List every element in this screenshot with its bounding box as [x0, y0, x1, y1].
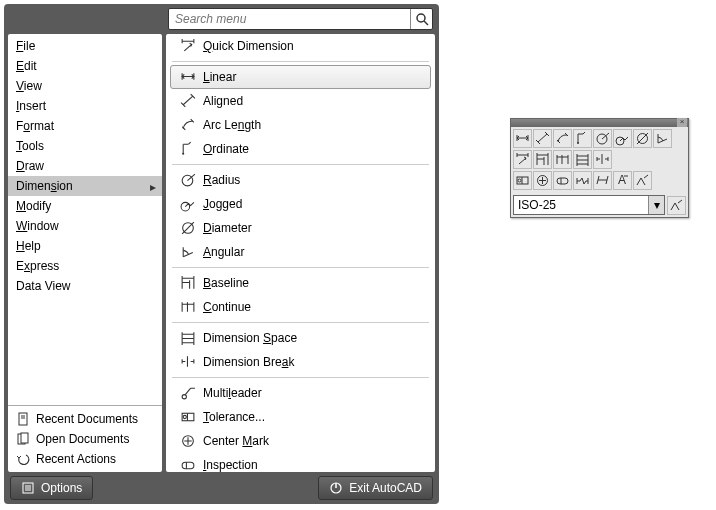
continue-icon [555, 152, 570, 167]
toolbar-diameter-button[interactable] [633, 129, 652, 148]
ordinate-icon [179, 140, 197, 158]
menu-item-help[interactable]: Help [8, 236, 162, 256]
toolbar-oblique-button[interactable] [593, 171, 612, 190]
recent-actions-link[interactable]: Recent Actions [8, 449, 162, 469]
submenu-label: Tolerance... [203, 410, 265, 424]
angular-icon [179, 243, 197, 261]
toolbar-row [513, 150, 686, 169]
submenu-label: Diameter [203, 221, 252, 235]
submenu-item-baseline[interactable]: Baseline [166, 271, 435, 295]
submenu-label: Ordinate [203, 142, 249, 156]
power-icon [329, 481, 343, 495]
bottom-links: Recent Documents Open Documents Recent A… [8, 405, 162, 472]
dimbreak-icon [595, 152, 610, 167]
toolbar-aligntext-button[interactable] [613, 171, 632, 190]
separator [172, 164, 429, 165]
menu-item-insert[interactable]: Insert [8, 96, 162, 116]
submenu-item-continue[interactable]: Continue [166, 295, 435, 319]
inspection-icon [555, 173, 570, 188]
submenu-item-linear[interactable]: Linear [170, 65, 431, 89]
menu-item-draw[interactable]: Draw [8, 156, 162, 176]
toolbar-dimstyle-button[interactable] [633, 171, 652, 190]
toolbar-inspection-button[interactable] [553, 171, 572, 190]
menu-item-dimension[interactable]: Dimension▸ [8, 176, 162, 196]
diameter-icon [635, 131, 650, 146]
submenu-item-center-mark[interactable]: Center Mark [166, 429, 435, 453]
recent-documents-link[interactable]: Recent Documents [8, 409, 162, 429]
submenu-item-dimension-break[interactable]: Dimension Break [166, 350, 435, 374]
body-row: FileEditViewInsertFormatToolsDrawDimensi… [8, 34, 435, 472]
submenu-label: Dimension Space [203, 331, 297, 345]
submenu-item-tolerance[interactable]: Tolerance... [166, 405, 435, 429]
submenu-item-aligned[interactable]: Aligned [166, 89, 435, 113]
toolbar-titlebar[interactable]: × [511, 119, 688, 127]
submenu-item-radius[interactable]: Radius [166, 168, 435, 192]
baseline-icon [179, 274, 197, 292]
search-button[interactable] [410, 9, 432, 29]
toolbar-tolerance-button[interactable] [513, 171, 532, 190]
submenu-item-quick-dimension[interactable]: Quick Dimension [166, 34, 435, 58]
toolbar-continue-button[interactable] [553, 150, 572, 169]
menu-item-data-view[interactable]: Data View [8, 276, 162, 296]
ordinate-icon [575, 131, 590, 146]
submenu-item-dimension-space[interactable]: Dimension Space [166, 326, 435, 350]
dimstyle-value: ISO-25 [518, 198, 556, 212]
exit-label: Exit AutoCAD [349, 481, 422, 495]
menu-item-file[interactable]: File [8, 36, 162, 56]
continue-icon [179, 298, 197, 316]
submenu-label: Dimension Break [203, 355, 294, 369]
separator [172, 61, 429, 62]
tolerance-icon [179, 408, 197, 426]
options-button[interactable]: Options [10, 476, 93, 500]
menu-item-window[interactable]: Window [8, 216, 162, 236]
submenu-label: Quick Dimension [203, 39, 294, 53]
menu-item-tools[interactable]: Tools [8, 136, 162, 156]
search-box [168, 8, 433, 30]
menu-item-modify[interactable]: Modify [8, 196, 162, 216]
toolbar-qdim-button[interactable] [513, 150, 532, 169]
dimstyle-button[interactable] [667, 196, 686, 215]
menu-item-view[interactable]: View [8, 76, 162, 96]
jogged-icon [615, 131, 630, 146]
submenu-item-diameter[interactable]: Diameter [166, 216, 435, 240]
toolbar-linear-button[interactable] [513, 129, 532, 148]
toolbar-angular-button[interactable] [653, 129, 672, 148]
toolbar-centermark-button[interactable] [533, 171, 552, 190]
menu-item-edit[interactable]: Edit [8, 56, 162, 76]
toolbar-dimspace-button[interactable] [573, 150, 592, 169]
submenu-item-ordinate[interactable]: Ordinate [166, 137, 435, 161]
toolbar-dimbreak-button[interactable] [593, 150, 612, 169]
menu-list: FileEditViewInsertFormatToolsDrawDimensi… [8, 34, 162, 405]
baseline-icon [535, 152, 550, 167]
menu-item-express[interactable]: Express [8, 256, 162, 276]
submenu-item-angular[interactable]: Angular [166, 240, 435, 264]
submenu-label: Aligned [203, 94, 243, 108]
submenu-item-arc-length[interactable]: Arc Length [166, 113, 435, 137]
toolbar-joglinear-button[interactable] [573, 171, 592, 190]
menu-item-format[interactable]: Format [8, 116, 162, 136]
search-input[interactable] [169, 10, 410, 28]
submenu-item-inspection[interactable]: Inspection [166, 453, 435, 472]
open-documents-link[interactable]: Open Documents [8, 429, 162, 449]
toolbar-aligned-button[interactable] [533, 129, 552, 148]
options-label: Options [41, 481, 82, 495]
submenu-label: Radius [203, 173, 240, 187]
submenu-item-multileader[interactable]: Multileader [166, 381, 435, 405]
aligntext-icon [615, 173, 630, 188]
dimension-toolbar: × ISO-25 ▾ [510, 118, 689, 218]
toolbar-select-row: ISO-25 ▾ [511, 194, 688, 217]
toolbar-arclen-button[interactable] [553, 129, 572, 148]
toolbar-jogged-button[interactable] [613, 129, 632, 148]
dimstyle-select[interactable]: ISO-25 ▾ [513, 195, 665, 215]
submenu-item-jogged[interactable]: Jogged [166, 192, 435, 216]
undo-icon [16, 452, 30, 466]
jogged-icon [179, 195, 197, 213]
toolbar-close-button[interactable]: × [677, 118, 687, 127]
toolbar-ordinate-button[interactable] [573, 129, 592, 148]
dimstyle-icon [669, 198, 684, 213]
toolbar-baseline-button[interactable] [533, 150, 552, 169]
toolbar-radius-button[interactable] [593, 129, 612, 148]
menu-browser-panel: FileEditViewInsertFormatToolsDrawDimensi… [4, 4, 439, 504]
exit-button[interactable]: Exit AutoCAD [318, 476, 433, 500]
submenu-label: Baseline [203, 276, 249, 290]
